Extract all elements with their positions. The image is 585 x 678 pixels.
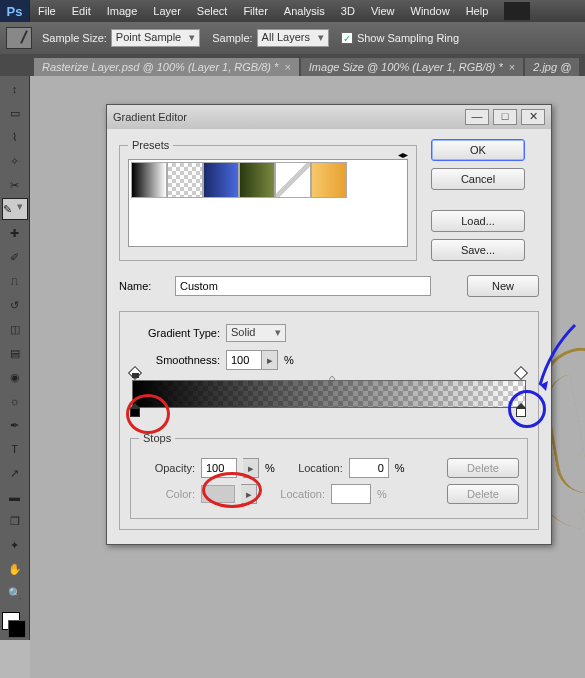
- zoom-tool-icon[interactable]: 🔍: [2, 582, 28, 604]
- show-ring-checkbox[interactable]: ✓: [341, 32, 353, 44]
- eyedropper-tool-icon[interactable]: ✎: [2, 198, 28, 220]
- color-location-input: [331, 484, 371, 504]
- show-ring-label: Show Sampling Ring: [357, 32, 459, 44]
- new-button[interactable]: New: [467, 275, 539, 297]
- tab-2jpg[interactable]: 2.jpg @: [525, 58, 579, 76]
- move-tool-icon[interactable]: ↕: [2, 78, 28, 100]
- smoothness-input[interactable]: [226, 350, 262, 370]
- crop-tool-icon[interactable]: ✂: [2, 174, 28, 196]
- delete-color-stop-button[interactable]: Delete: [447, 484, 519, 504]
- presets-legend: Presets: [128, 139, 173, 151]
- sample-label: Sample:: [212, 32, 252, 44]
- pct-label: %: [377, 488, 387, 500]
- dodge-tool-icon[interactable]: ☼: [2, 390, 28, 412]
- minimize-icon[interactable]: —: [465, 109, 489, 125]
- stops-group: Stops Opacity: ▸ % Location: % Delete Co…: [130, 432, 528, 519]
- color-label: Color:: [139, 488, 195, 500]
- menu-view[interactable]: View: [363, 5, 403, 17]
- lasso-tool-icon[interactable]: ⌇: [2, 126, 28, 148]
- pen-tool-icon[interactable]: ✒: [2, 414, 28, 436]
- gradient-tool-icon[interactable]: ▤: [2, 342, 28, 364]
- eyedropper-icon: [6, 27, 32, 49]
- history-brush-icon[interactable]: ↺: [2, 294, 28, 316]
- opacity-input[interactable]: [201, 458, 237, 478]
- menu-edit[interactable]: Edit: [64, 5, 99, 17]
- background-swatch[interactable]: [8, 620, 26, 638]
- tool-palette: ↕ ▭ ⌇ ✧ ✂ ✎ ✚ ✐ ⎍ ↺ ◫ ▤ ◉ ☼ ✒ T ↗ ▬ ❒ ✦ …: [0, 76, 30, 640]
- smoothness-label: Smoothness:: [130, 354, 220, 366]
- menu-bar: Ps File Edit Image Layer Select Filter A…: [0, 0, 585, 22]
- type-tool-icon[interactable]: T: [2, 438, 28, 460]
- close-icon[interactable]: ✕: [521, 109, 545, 125]
- app-icon: Ps: [0, 0, 30, 22]
- stamp-tool-icon[interactable]: ⎍: [2, 270, 28, 292]
- wand-tool-icon[interactable]: ✧: [2, 150, 28, 172]
- cancel-button[interactable]: Cancel: [431, 168, 525, 190]
- 3d-camera-icon[interactable]: ✦: [2, 534, 28, 556]
- name-label: Name:: [119, 280, 175, 292]
- close-icon[interactable]: ×: [284, 61, 290, 73]
- preset-list[interactable]: [128, 159, 408, 247]
- options-bar: Sample Size: Point Sample Sample: All La…: [0, 22, 585, 54]
- gradient-preview[interactable]: ◇: [132, 380, 526, 408]
- menu-select[interactable]: Select: [189, 5, 236, 17]
- marquee-tool-icon[interactable]: ▭: [2, 102, 28, 124]
- pct-label: %: [395, 462, 405, 474]
- menu-image[interactable]: Image: [99, 5, 146, 17]
- menu-file[interactable]: File: [30, 5, 64, 17]
- color-stop-left[interactable]: [130, 408, 142, 422]
- blur-tool-icon[interactable]: ◉: [2, 366, 28, 388]
- preset-swatch[interactable]: [203, 162, 239, 198]
- sample-size-label: Sample Size:: [42, 32, 107, 44]
- color-swatches[interactable]: [0, 612, 29, 638]
- opacity-stop-left[interactable]: [130, 368, 142, 380]
- opacity-stop-right[interactable]: [516, 368, 528, 380]
- menu-3d[interactable]: 3D: [333, 5, 363, 17]
- close-icon[interactable]: ×: [509, 61, 515, 73]
- name-input[interactable]: [175, 276, 431, 296]
- chevron-right-icon[interactable]: ▸: [262, 350, 278, 370]
- tab-imagesize[interactable]: Image Size @ 100% (Layer 1, RGB/8) *×: [301, 58, 523, 76]
- preset-swatch[interactable]: [239, 162, 275, 198]
- eraser-tool-icon[interactable]: ◫: [2, 318, 28, 340]
- ok-button[interactable]: OK: [431, 139, 525, 161]
- sample-size-select[interactable]: Point Sample: [111, 29, 200, 47]
- save-button[interactable]: Save...: [431, 239, 525, 261]
- chevron-right-icon[interactable]: ▸: [241, 484, 257, 504]
- sample-select[interactable]: All Layers: [257, 29, 329, 47]
- preset-swatch[interactable]: [131, 162, 167, 198]
- heal-tool-icon[interactable]: ✚: [2, 222, 28, 244]
- dialog-titlebar[interactable]: Gradient Editor — □ ✕: [107, 105, 551, 129]
- gradient-type-label: Gradient Type:: [130, 327, 220, 339]
- gradient-group: Gradient Type: Solid Smoothness: ▸ % ◇ S…: [119, 311, 539, 530]
- preset-swatch[interactable]: [167, 162, 203, 198]
- menu-window[interactable]: Window: [403, 5, 458, 17]
- path-tool-icon[interactable]: ↗: [2, 462, 28, 484]
- color-chip[interactable]: [201, 485, 235, 503]
- delete-opacity-stop-button[interactable]: Delete: [447, 458, 519, 478]
- midpoint-icon[interactable]: ◇: [329, 374, 335, 383]
- shape-tool-icon[interactable]: ▬: [2, 486, 28, 508]
- menu-analysis[interactable]: Analysis: [276, 5, 333, 17]
- location-input[interactable]: [349, 458, 389, 478]
- gradient-type-select[interactable]: Solid: [226, 324, 286, 342]
- stops-legend: Stops: [139, 432, 175, 444]
- brush-tool-icon[interactable]: ✐: [2, 246, 28, 268]
- preset-swatch[interactable]: [275, 162, 311, 198]
- tab-rasterize[interactable]: Rasterize Layer.psd @ 100% (Layer 1, RGB…: [34, 58, 299, 76]
- menu-filter[interactable]: Filter: [235, 5, 275, 17]
- workspace-icon[interactable]: [504, 2, 530, 20]
- load-button[interactable]: Load...: [431, 210, 525, 232]
- maximize-icon[interactable]: □: [493, 109, 517, 125]
- dialog-title: Gradient Editor: [113, 111, 461, 123]
- location-label: Location:: [263, 488, 325, 500]
- hand-tool-icon[interactable]: ✋: [2, 558, 28, 580]
- menu-layer[interactable]: Layer: [145, 5, 189, 17]
- 3d-tool-icon[interactable]: ❒: [2, 510, 28, 532]
- preset-swatch[interactable]: [311, 162, 347, 198]
- color-stop-right[interactable]: [516, 408, 528, 422]
- chevron-right-icon[interactable]: ▸: [243, 458, 259, 478]
- presets-group: Presets ◂▸: [119, 139, 417, 261]
- presets-menu-icon[interactable]: ◂▸: [398, 149, 408, 160]
- menu-help[interactable]: Help: [458, 5, 497, 17]
